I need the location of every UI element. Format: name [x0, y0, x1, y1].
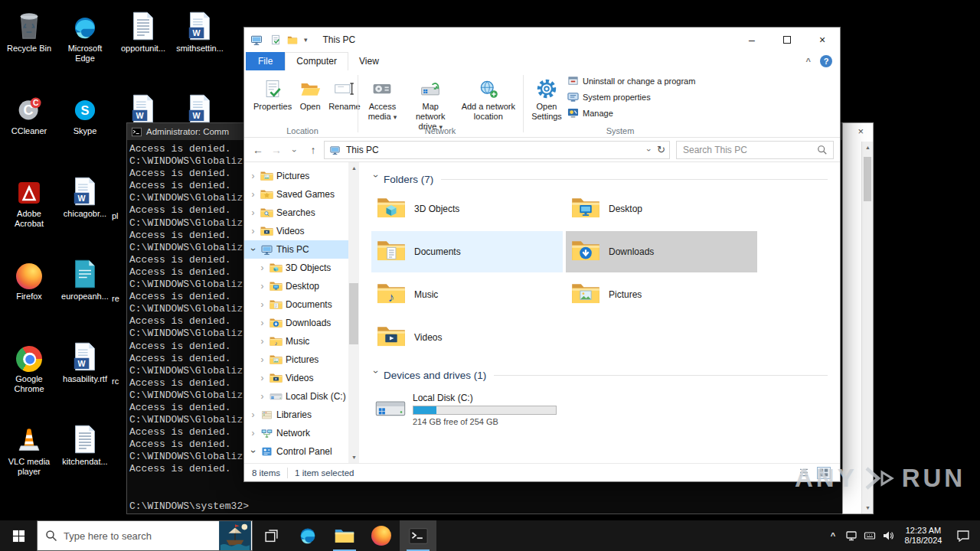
desktop-icon-smithsettin[interactable]: Wsmithsettin...	[175, 6, 225, 54]
tab-file[interactable]: File	[246, 52, 285, 70]
explorer-titlebar[interactable]: ▾ This PC – ×	[244, 28, 840, 52]
search-box[interactable]	[676, 141, 834, 159]
scroll-up-icon[interactable]: ▲	[348, 162, 359, 174]
folder-tile-videos[interactable]: Videos	[371, 317, 563, 358]
taskbar-clock[interactable]: 12:23 AM 8/18/2024	[897, 526, 949, 546]
maximize-button[interactable]	[769, 28, 805, 52]
nav-item-network[interactable]: ›Network	[244, 424, 348, 442]
folder-tile-pictures[interactable]: Pictures	[566, 274, 757, 315]
search-highlight-icon[interactable]	[218, 521, 252, 550]
nav-item-music[interactable]: ›♪Music	[244, 332, 348, 350]
chevron-right-icon[interactable]: ›	[258, 391, 266, 402]
keyboard-icon[interactable]	[861, 520, 879, 551]
taskbar-search[interactable]	[37, 520, 253, 551]
desktop-icon-europeanh[interactable]: europeanh...	[60, 254, 110, 302]
address-path[interactable]: This PC	[346, 145, 379, 155]
local-disk-tile[interactable]: Local Disk (C:) 214 GB free of 254 GB	[371, 387, 564, 432]
desktop-icon-skype[interactable]: SSkype	[60, 89, 110, 136]
search-icon[interactable]	[817, 145, 828, 155]
chevron-right-icon[interactable]: ›	[258, 262, 266, 273]
chevron-right-icon[interactable]: ›	[249, 226, 257, 236]
folder-tile-documents[interactable]: Documents	[371, 231, 563, 272]
close-button[interactable]: ×	[805, 28, 840, 52]
start-button[interactable]	[0, 520, 37, 551]
folder-tile-desktop[interactable]: Desktop	[566, 188, 757, 230]
desktop-icon-file[interactable]: W	[118, 89, 168, 124]
collapse-ribbon-icon[interactable]: ^	[806, 57, 811, 66]
scroll-down-icon[interactable]: ▼	[862, 502, 874, 514]
taskbar-search-input[interactable]	[57, 530, 218, 542]
tab-view[interactable]: View	[348, 53, 390, 70]
qat-properties-icon[interactable]	[270, 34, 282, 45]
collapse-group-icon[interactable]: ›	[371, 370, 381, 380]
chevron-right-icon[interactable]: ›	[249, 171, 257, 181]
nav-item-libraries[interactable]: ›Libraries	[244, 406, 348, 424]
nav-item-pictures[interactable]: ›Pictures	[244, 350, 348, 369]
folder-tile-music[interactable]: ♪Music	[371, 274, 563, 315]
up-button[interactable]: ↑	[304, 144, 322, 156]
scrollbar-thumb[interactable]	[864, 157, 871, 201]
open-button[interactable]: Open	[296, 73, 324, 114]
network-icon[interactable]	[842, 520, 861, 551]
nav-item-3d-objects[interactable]: ›3D Objects	[244, 259, 348, 277]
address-bar[interactable]: This PC › ↻	[324, 141, 670, 159]
taskbar-firefox[interactable]	[363, 520, 400, 551]
manage-button[interactable]: Manage	[567, 107, 695, 119]
nav-item-videos[interactable]: ›Videos	[244, 222, 348, 240]
desktop-icon-adobe-acrobat[interactable]: Adobe Acrobat	[4, 171, 54, 229]
collapse-group-icon[interactable]: ›	[371, 174, 381, 184]
scroll-down-icon[interactable]: ▼	[348, 452, 359, 463]
nav-item-pictures[interactable]: ›Pictures	[244, 167, 348, 185]
chevron-right-icon[interactable]: ›	[249, 428, 257, 439]
map-network-drive-button[interactable]: Map network drive ▾	[406, 73, 456, 135]
uninstall-program-button[interactable]: Uninstall or change a program	[567, 75, 695, 86]
task-view-button[interactable]	[253, 520, 289, 551]
nav-scrollbar[interactable]: ▲ ▼	[348, 162, 359, 463]
chevron-right-icon[interactable]: ›	[258, 281, 266, 292]
chevron-right-icon[interactable]: ›	[258, 318, 266, 328]
folder-tile-downloads[interactable]: Downloads	[566, 231, 757, 272]
nav-item-this-pc[interactable]: ›This PC	[244, 240, 348, 259]
chevron-right-icon[interactable]: ›	[249, 207, 257, 218]
tab-computer[interactable]: Computer	[285, 52, 348, 70]
access-media-button[interactable]: Access media ▾	[361, 73, 404, 125]
desktop-icon-chicagobr[interactable]: Wchicagobr...	[60, 171, 110, 219]
nav-item-videos[interactable]: ›Videos	[244, 369, 348, 387]
background-window-scrollbar[interactable]: ▲ ▼	[861, 142, 873, 514]
volume-icon[interactable]	[879, 520, 897, 551]
search-input[interactable]	[677, 145, 817, 155]
chevron-right-icon[interactable]: ›	[249, 409, 257, 420]
chevron-down-icon[interactable]: ›	[248, 448, 259, 456]
desktop-icon-kitchendat[interactable]: kitchendat...	[60, 419, 110, 467]
hidden-icons-chevron[interactable]: ^	[824, 520, 842, 551]
desktop-icon-hasability-rtf[interactable]: Whasability.rtf	[60, 337, 110, 384]
taskbar-file-explorer[interactable]	[326, 520, 363, 551]
nav-item-control-panel[interactable]: ›Control Panel	[244, 442, 348, 461]
chevron-right-icon[interactable]: ›	[249, 189, 257, 200]
chevron-right-icon[interactable]: ›	[258, 336, 266, 347]
desktop-icon-vlc-media-player[interactable]: VLC media player	[4, 419, 54, 477]
system-properties-button[interactable]: System properties	[567, 91, 695, 103]
taskbar-cmd[interactable]	[400, 520, 436, 551]
desktop-icon-google-chrome[interactable]: Google Chrome	[4, 337, 54, 394]
chevron-down-icon[interactable]: ›	[248, 246, 259, 254]
back-button[interactable]: ←	[249, 144, 267, 156]
properties-button[interactable]: Properties	[250, 73, 295, 114]
nav-item-desktop[interactable]: ›Desktop	[244, 277, 348, 295]
chevron-right-icon[interactable]: ›	[258, 373, 266, 383]
address-dropdown-icon[interactable]: ›	[648, 145, 651, 155]
desktop-icon-file[interactable]: W	[175, 89, 225, 124]
scrollbar-thumb[interactable]	[349, 283, 358, 344]
nav-item-searches[interactable]: ›Searches	[244, 204, 348, 222]
chevron-right-icon[interactable]: ›	[258, 354, 266, 365]
close-icon[interactable]: ×	[858, 126, 864, 137]
scroll-up-icon[interactable]: ▲	[862, 142, 874, 153]
nav-item-documents[interactable]: ›Documents	[244, 295, 348, 314]
qat-customize-arrow-icon[interactable]: ▾	[304, 36, 308, 44]
minimize-button[interactable]: –	[734, 28, 769, 52]
help-icon[interactable]: ?	[820, 55, 832, 67]
chevron-right-icon[interactable]: ›	[258, 299, 266, 310]
nav-item-saved-games[interactable]: ›Saved Games	[244, 185, 348, 204]
desktop-icon-ccleaner[interactable]: CCCCleaner	[4, 89, 54, 136]
desktop-icon-microsoft-edge[interactable]: Microsoft Edge	[60, 6, 110, 64]
